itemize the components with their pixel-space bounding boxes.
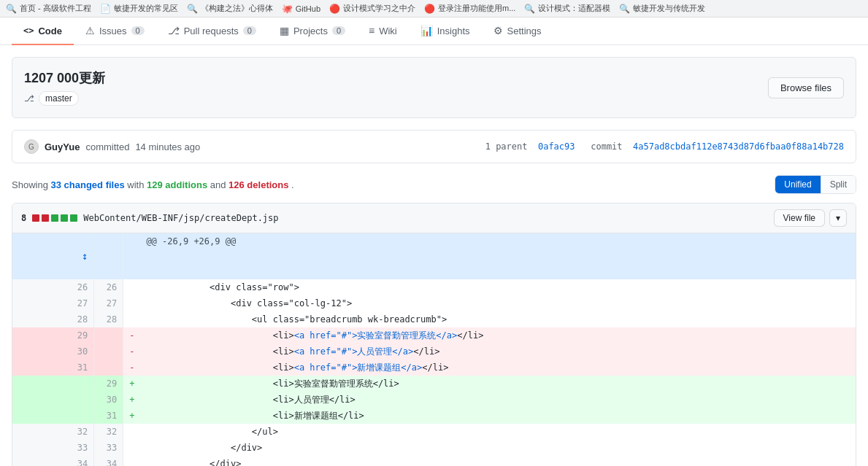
browser-nav-item-8[interactable]: 🔍 敏捷开发与传统开发 xyxy=(619,3,705,14)
file-diff: 8 WebContent/WEB-INF/jsp/createDept.jsp … xyxy=(12,203,856,466)
line-num-new-34: 34 xyxy=(94,456,123,466)
tab-code[interactable]: <> Code xyxy=(12,18,74,45)
line-num-old-27: 27 xyxy=(12,295,94,311)
file-diff-header: 8 WebContent/WEB-INF/jsp/createDept.jsp … xyxy=(12,203,856,233)
wiki-icon: ≡ xyxy=(369,25,375,36)
line-num-old-33: 33 xyxy=(12,440,94,456)
diff-view-buttons: Unified Split xyxy=(775,175,856,194)
commit-branch: ⎇ master xyxy=(24,91,105,106)
sq-red-1 xyxy=(32,214,39,222)
diff-line-31-removed: 31 - <li><a href="#">新增课题组</a></li> xyxy=(12,360,856,376)
view-file-button[interactable]: View file xyxy=(774,209,825,227)
line-num-new-31a: 31 xyxy=(94,408,123,424)
line-num-old-34: 34 xyxy=(12,456,94,466)
diff-line-28-context: 28 28 <ul class="breadcrumb wk-breadcrum… xyxy=(12,311,856,327)
line-num-new-26: 26 xyxy=(94,279,123,295)
browser-nav-item-3[interactable]: 🔍 《构建之法》心得体 xyxy=(187,3,273,14)
commit-label: commit xyxy=(591,141,622,152)
sign-29a: + xyxy=(123,376,141,392)
deletions-count: 126 deletions xyxy=(228,179,288,190)
tab-settings[interactable]: ⚙ Settings xyxy=(482,18,553,45)
sign-34 xyxy=(123,456,141,466)
parent-hash-link[interactable]: 0afac93 xyxy=(538,141,575,152)
tab-insights[interactable]: 📊 Insights xyxy=(409,18,482,45)
and-label: and xyxy=(210,179,226,190)
sign-33 xyxy=(123,440,141,456)
code-28: <ul class="breadcrumb wk-breadcrumb"> xyxy=(140,311,855,327)
showing-label: Showing xyxy=(12,179,48,190)
github-tabs: <> Code ⚠ Issues 0 ⎇ Pull requests 0 ▦ P… xyxy=(0,18,868,45)
browser-nav-item-4[interactable]: 🐙 GitHub xyxy=(282,4,320,14)
line-num-new-33: 33 xyxy=(94,440,123,456)
commit-title: 1207 000更新 xyxy=(24,69,105,87)
browser-nav-item-6[interactable]: 🔴 登录注册功能使用m... xyxy=(424,3,515,14)
line-num-new-31 xyxy=(94,360,123,376)
tab-pullrequests[interactable]: ⎇ Pull requests 0 xyxy=(156,18,268,45)
file-diff-header-left: 8 WebContent/WEB-INF/jsp/createDept.jsp xyxy=(21,213,279,223)
diff-line-27-context: 27 27 <div class="col-lg-12"> xyxy=(12,295,856,311)
expand-diff-button[interactable]: ▾ xyxy=(829,209,847,227)
tab-wiki-label: Wiki xyxy=(379,26,397,36)
branch-badge[interactable]: master xyxy=(39,91,79,106)
nav-icon-8: 🔍 xyxy=(619,4,630,14)
split-view-button[interactable]: Split xyxy=(821,176,856,193)
code-26: <div class="row"> xyxy=(140,279,855,295)
sign-31a: + xyxy=(123,408,141,424)
commit-hash-link[interactable]: 4a57ad8cbdaf112e8743d87d6fbaa0f88a14b728 xyxy=(633,141,844,152)
nav-icon-6: 🔴 xyxy=(424,4,435,14)
unified-view-button[interactable]: Unified xyxy=(775,176,821,193)
file-path: WebContent/WEB-INF/jsp/createDept.jsp xyxy=(83,213,278,223)
line-num-new-27: 27 xyxy=(94,295,123,311)
diff-line-30-removed: 30 - <li><a href="#">人员管理</a></li> xyxy=(12,343,856,360)
with-label: with xyxy=(127,179,144,190)
pr-badge: 0 xyxy=(243,26,256,35)
browser-nav-item-7[interactable]: 🔍 设计模式：适配器模 xyxy=(524,3,610,14)
nav-icon-2: 📄 xyxy=(100,4,111,14)
sign-32 xyxy=(123,424,141,440)
tab-issues[interactable]: ⚠ Issues 0 xyxy=(74,18,156,45)
browser-nav-item-1[interactable]: 🔍 首页 - 高级软件工程 xyxy=(6,3,91,14)
line-num-old-31a xyxy=(12,408,94,424)
summary-left: Showing 33 changed files with 129 additi… xyxy=(12,179,294,190)
tab-projects[interactable]: ▦ Projects 0 xyxy=(268,18,357,45)
diff-line-34-context: 34 34 </div> xyxy=(12,456,856,466)
diff-line-29-removed: 29 - <li><a href="#">实验室督勤管理系统</a></li> xyxy=(12,327,856,343)
insights-icon: 📊 xyxy=(420,25,433,36)
branch-icon: ⎇ xyxy=(24,93,34,104)
hunk-range-1: @@ -26,9 +26,9 @@ xyxy=(140,233,855,279)
code-27: <div class="col-lg-12"> xyxy=(140,295,855,311)
code-33: </div> xyxy=(140,440,855,456)
browse-files-button[interactable]: Browse files xyxy=(768,77,844,98)
browser-nav-item-5[interactable]: 🔴 设计模式学习之中介 xyxy=(329,3,415,14)
sq-green-3 xyxy=(70,214,77,222)
period: . xyxy=(291,179,294,190)
browser-nav-item-2[interactable]: 📄 敏捷开发的常见区 xyxy=(100,3,178,14)
settings-icon: ⚙ xyxy=(493,25,503,36)
diff-badge: 8 xyxy=(21,213,26,223)
line-num-old-26: 26 xyxy=(12,279,94,295)
diff-line-31-added: 31 + <li>新增课题组</li> xyxy=(12,408,856,424)
sq-red-2 xyxy=(42,214,49,222)
commit-author: GuyYue xyxy=(45,141,80,152)
line-num-new-28: 28 xyxy=(94,311,123,327)
diff-line-29-added: 29 + <li>实验室督勤管理系统</li> xyxy=(12,376,856,392)
line-num-old-30a xyxy=(12,392,94,408)
hunk-expand-icon[interactable]: ↕ xyxy=(82,250,88,262)
tab-settings-label: Settings xyxy=(507,26,542,36)
hunk-num-right xyxy=(94,233,123,279)
sign-30a: + xyxy=(123,392,141,408)
line-num-old-32: 32 xyxy=(12,424,94,440)
browser-nav-label-7: 设计模式：适配器模 xyxy=(538,3,610,14)
tab-wiki[interactable]: ≡ Wiki xyxy=(357,18,409,45)
line-num-old-29: 29 xyxy=(12,327,94,343)
diff-line-33-context: 33 33 </div> xyxy=(12,440,856,456)
hunk-sign xyxy=(123,233,141,279)
tab-projects-label: Projects xyxy=(293,26,328,36)
line-num-old-30: 30 xyxy=(12,343,94,360)
code-30: <li><a href="#">人员管理</a></li> xyxy=(140,343,855,360)
changed-files-link[interactable]: 33 changed files xyxy=(51,179,125,190)
commit-meta-right: 1 parent 0afac93 commit 4a57ad8cbdaf112e… xyxy=(485,141,844,152)
browser-nav-label-2: 敏捷开发的常见区 xyxy=(114,3,178,14)
line-num-new-29a: 29 xyxy=(94,376,123,392)
changed-files-summary: Showing 33 changed files with 129 additi… xyxy=(12,175,856,194)
